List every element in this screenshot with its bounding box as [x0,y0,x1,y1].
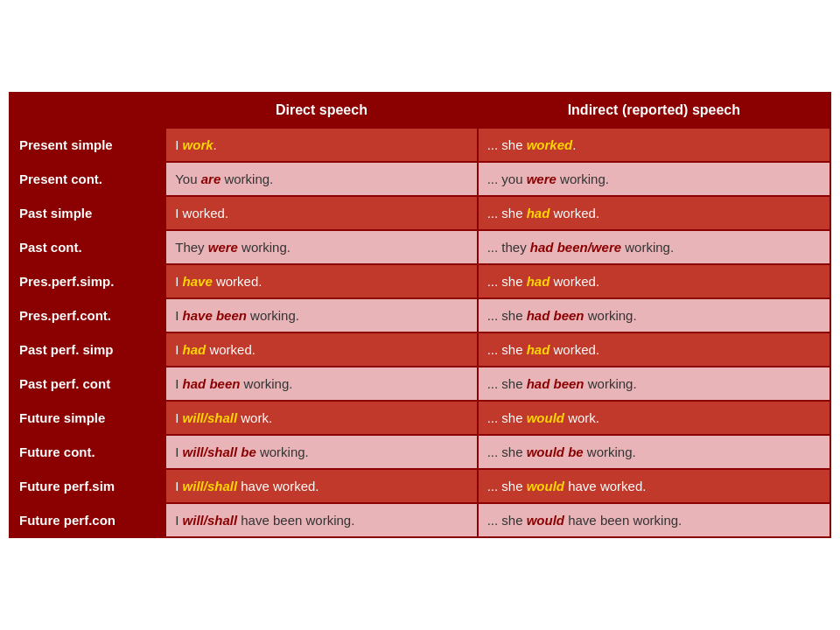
tense-label: Future perf.sim [10,469,165,503]
highlight: were [527,172,556,186]
highlight: had been [183,376,241,391]
table-row: Pres.perf.simp. I have worked. ... she h… [10,264,830,298]
highlight: will/shall be [183,444,256,459]
highlight: had [183,342,206,357]
indirect-cell: ... she had been working. [478,298,830,332]
table-row: Past simple I worked. ... she had worked… [10,196,830,230]
tense-label: Present cont. [10,162,165,196]
indirect-cell: ... she would work. [478,401,830,435]
highlight: work [183,137,214,152]
highlight: had [527,342,550,357]
highlight: had been/were [530,240,621,255]
highlight: are [201,172,221,186]
highlight: would [527,513,564,528]
highlight: had [527,206,550,220]
tense-label: Future cont. [10,435,165,469]
direct-cell: I will/shall have worked. [165,469,477,503]
tense-label: Pres.perf.simp. [10,264,165,298]
highlight: will/shall [183,479,238,494]
indirect-cell: ... she had been working. [478,367,830,401]
highlight: were [208,240,238,255]
header-tense [10,93,165,128]
indirect-cell: ... she had worked. [478,332,830,367]
highlight: have [183,274,213,289]
indirect-cell: ... you were working. [478,162,830,196]
highlight: have been [183,308,247,323]
tense-label: Future simple [10,401,165,435]
highlight: worked [527,137,573,152]
highlight: will/shall [183,513,238,528]
indirect-cell: ... they had been/were working. [478,230,830,264]
indirect-cell: ... she had worked. [478,196,830,230]
direct-cell: I have been working. [165,298,477,332]
indirect-cell: ... she would have worked. [478,469,830,503]
tense-label: Past cont. [10,230,165,264]
direct-cell: I had been working. [165,367,477,401]
table-row: Past cont. They were working. ... they h… [10,230,830,264]
direct-cell: I will/shall work. [165,401,477,435]
table-row: Future perf.con I will/shall have been w… [10,503,830,537]
highlight: will/shall [183,410,238,425]
table-row: Present cont. You are working. ... you w… [10,162,830,196]
direct-cell: I will/shall be working. [165,435,477,469]
highlight: had been [527,308,584,323]
table-row: Past perf. cont I had been working. ... … [10,367,830,401]
highlight: would [527,479,564,494]
header-direct: Direct speech [165,93,477,128]
direct-cell: I had worked. [165,332,477,367]
indirect-cell: ... she would have been working. [478,503,830,537]
table-row: Past perf. simp I had worked. ... she ha… [10,332,830,367]
tense-label: Past perf. simp [10,332,165,367]
highlight: had been [527,376,584,391]
tense-label: Past simple [10,196,165,230]
highlight: would be [527,444,584,459]
grammar-table: Direct speech Indirect (reported) speech… [9,92,831,538]
table-row: Pres.perf.cont. I have been working. ...… [10,298,830,332]
tense-label: Future perf.con [10,503,165,537]
indirect-cell: ... she had worked. [478,264,830,298]
highlight: had [527,274,550,289]
header-row: Direct speech Indirect (reported) speech [10,93,830,128]
tense-label: Pres.perf.cont. [10,298,165,332]
table-row: Future perf.sim I will/shall have worked… [10,469,830,503]
direct-cell: They were working. [165,230,477,264]
direct-cell: You are working. [165,162,477,196]
direct-cell: I have worked. [165,264,477,298]
table-row: Future cont. I will/shall be working. ..… [10,435,830,469]
indirect-cell: ... she worked. [478,128,830,162]
tense-label: Present simple [10,128,165,162]
indirect-cell: ... she would be working. [478,435,830,469]
header-indirect: Indirect (reported) speech [478,93,830,128]
direct-cell: I will/shall have been working. [165,503,477,537]
highlight: would [527,410,564,425]
table-row: Future simple I will/shall work. ... she… [10,401,830,435]
direct-cell: I worked. [165,196,477,230]
direct-cell: I work. [165,128,477,162]
tense-label: Past perf. cont [10,367,165,401]
table-row: Present simple I work. ... she worked. [10,128,830,162]
